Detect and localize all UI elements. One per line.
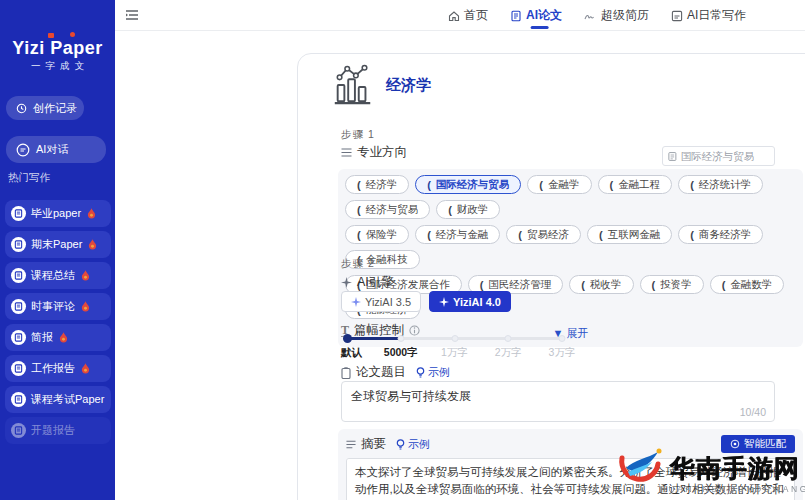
nav-item-super-resume[interactable]: 超级简历 — [584, 0, 649, 31]
sparkle-icon — [341, 277, 352, 288]
major-tag[interactable]: ( 互联网金融 — [587, 225, 672, 244]
subject-header: 经济学 — [330, 62, 431, 108]
tag-label: 国民经济管理 — [488, 278, 551, 292]
tag-bracket-icon: ( — [448, 204, 452, 216]
major-tag[interactable]: ( 金融工程 — [598, 175, 673, 194]
fire-icon — [81, 363, 90, 374]
tag-label: 税收学 — [590, 278, 622, 292]
major-tag[interactable]: ( 经济与金融 — [415, 225, 500, 244]
fire-icon — [81, 270, 90, 281]
slider-stop-label[interactable]: 1万字 — [441, 346, 468, 360]
clipboard-icon — [341, 367, 351, 379]
sidebar-item-label: 课程考试Paper — [31, 392, 104, 407]
slider-stop-dot[interactable] — [505, 335, 512, 342]
lightbulb-icon — [396, 439, 405, 450]
tag-bracket-icon: ( — [427, 179, 431, 191]
sidebar-item-label: 工作报告 — [31, 361, 75, 376]
slider-stop-dot[interactable] — [559, 335, 566, 342]
slider-stop-dot[interactable] — [451, 335, 458, 342]
paper-title-input[interactable] — [342, 382, 774, 410]
sidebar-item[interactable]: 课程总结 — [5, 262, 111, 289]
major-tag[interactable]: ( 税收学 — [569, 275, 633, 294]
sidebar-item[interactable]: 期末Paper — [5, 231, 111, 258]
slider-stop-label[interactable]: 默认 — [341, 346, 362, 360]
sidebar-item[interactable]: 课程考试Paper — [5, 386, 111, 413]
slider-fill — [347, 337, 401, 340]
tag-bracket-icon: ( — [357, 179, 361, 191]
fire-icon — [81, 301, 90, 312]
resume-icon — [584, 10, 597, 22]
sidebar-item-creation-history[interactable]: 创作记录 — [6, 96, 84, 120]
major-tag[interactable]: ( 财政学 — [436, 200, 500, 219]
list-icon — [346, 440, 356, 449]
slider-stop-dot[interactable] — [397, 335, 404, 342]
sparkle-icon — [351, 297, 361, 307]
slider-stop-label[interactable]: 5000字 — [384, 346, 418, 360]
tag-label: 保险学 — [366, 228, 398, 242]
paper-title-row: 论文题目 示例 — [341, 364, 450, 381]
sidebar-item[interactable]: 简报 — [5, 324, 111, 351]
tag-bracket-icon: ( — [427, 229, 431, 241]
app: Yizi Paper 一字成文 创作记录 AI对话 热门写作 — [0, 0, 805, 500]
tag-bracket-icon: ( — [581, 279, 585, 291]
search-doc-icon — [668, 151, 677, 162]
list-icon — [341, 148, 352, 157]
major-tag[interactable]: ( 商务经济学 — [678, 225, 763, 244]
tag-label: 金融工程 — [618, 178, 660, 192]
step-2-label: 步骤 2 — [341, 257, 375, 271]
doc-icon — [11, 268, 26, 283]
sparkle-icon — [439, 297, 449, 307]
watermark-logo-icon — [614, 444, 666, 490]
major-tag[interactable]: ( 经济学 — [345, 175, 409, 194]
sidebar-item[interactable]: 时事评论 — [5, 293, 111, 320]
slider-track[interactable] — [347, 337, 562, 340]
sidebar-item[interactable]: 开题报告 — [5, 417, 111, 444]
nav-item-ai-daily-writing[interactable]: AI日常写作 — [671, 0, 746, 31]
slider-stop-label[interactable]: 2万字 — [495, 346, 522, 360]
doc-icon — [11, 206, 26, 221]
tag-label: 金融学 — [548, 178, 580, 192]
major-tag[interactable]: ( 经济与贸易 — [345, 200, 430, 219]
document-icon — [510, 10, 522, 22]
engine-row: YiziAI 3.5 YiziAI 4.0 — [341, 291, 511, 312]
sidebar-item-ai-chat[interactable]: AI对话 — [6, 136, 106, 163]
engine-yiziai-35-button[interactable]: YiziAI 3.5 — [341, 291, 421, 312]
major-tag[interactable]: ( 金融数学 — [710, 275, 785, 294]
engine-yiziai-40-button[interactable]: YiziAI 4.0 — [429, 291, 511, 312]
tag-label: 经济与贸易 — [366, 203, 419, 217]
tag-row: ( 保险学 ( 经济与金融 ( 贸易经济 ( 互联网金融 ( 商务经济学 ( 金… — [345, 225, 796, 269]
sidebar-item-label: 简报 — [31, 330, 53, 345]
major-tags-panel: ( 经济学 ( 国际经济与贸易 ( 金融学 ( 金融工程 ( 经济统计学 ( 经… — [338, 169, 803, 347]
sidebar-item-label: 课程总结 — [31, 268, 75, 283]
slider-labels: 默认5000字1万字2万字3万字 — [347, 346, 562, 360]
major-direction-label: 专业方向 — [341, 144, 407, 161]
title-example-link[interactable]: 示例 — [416, 365, 450, 380]
tag-label: 金融数学 — [730, 278, 772, 292]
major-tag[interactable]: ( 投资学 — [640, 275, 704, 294]
doc-icon — [11, 330, 26, 345]
major-tag[interactable]: ( 贸易经济 — [506, 225, 581, 244]
home-icon — [448, 10, 460, 22]
collapse-sidebar-icon[interactable] — [125, 9, 139, 21]
major-tag[interactable]: ( 经济统计学 — [678, 175, 763, 194]
sidebar-section-label: 热门写作 — [8, 171, 50, 185]
doc-icon — [11, 237, 26, 252]
sidebar-item[interactable]: 毕业paper — [5, 200, 111, 227]
ai-engine-label: AI引擎 — [341, 274, 394, 291]
slider-knob[interactable] — [343, 334, 352, 343]
slider-stop-label[interactable]: 3万字 — [549, 346, 576, 360]
major-tag[interactable]: ( 国际经济与贸易 — [415, 175, 521, 194]
major-tag[interactable]: ( 保险学 — [345, 225, 409, 244]
sidebar-item[interactable]: 工作报告 — [5, 355, 111, 382]
abstract-example-link[interactable]: 示例 — [396, 437, 430, 452]
major-tag[interactable]: ( 金融学 — [527, 175, 591, 194]
logo-accent-icon — [48, 33, 54, 38]
edit-square-icon — [671, 10, 683, 22]
fire-icon — [59, 332, 68, 343]
tag-label: 互联网金融 — [608, 228, 661, 242]
nav-item-home[interactable]: 首页 — [448, 0, 488, 31]
nav-item-ai-paper[interactable]: AI论文 — [510, 0, 562, 31]
tag-label: 商务经济学 — [699, 228, 752, 242]
major-search-input[interactable] — [681, 150, 769, 162]
tag-bracket-icon: ( — [722, 279, 726, 291]
